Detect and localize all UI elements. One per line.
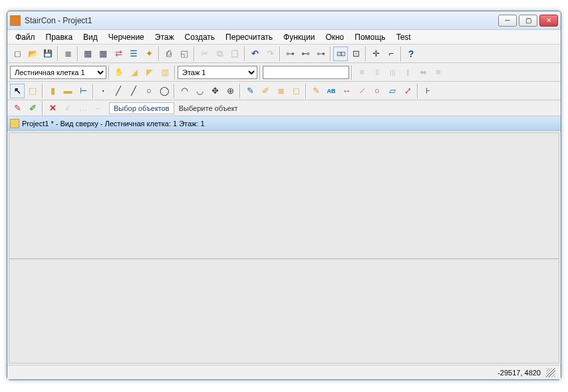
menu-view[interactable]: Вид (78, 31, 103, 43)
options-icon[interactable] (142, 47, 156, 61)
app-window: StairCon - Project1 ─ ▢ ✕ Файл Правка Ви… (7, 11, 561, 380)
new-icon[interactable] (10, 47, 25, 61)
more-icon[interactable] (76, 101, 90, 116)
menu-edit[interactable]: Правка (41, 31, 78, 43)
dim2-icon[interactable] (355, 84, 369, 98)
cancel-icon[interactable] (45, 101, 60, 116)
eraser1-icon[interactable] (127, 65, 142, 80)
circle-icon[interactable] (142, 84, 156, 98)
toolbar-context: Лестничная клетка 1 Этаж 1 (7, 63, 561, 82)
titlebar[interactable]: StairCon - Project1 ─ ▢ ✕ (7, 11, 561, 30)
stairwell-combo[interactable]: Лестничная клетка 1 (10, 66, 106, 79)
text-icon[interactable] (324, 84, 339, 98)
menu-create[interactable]: Создать (179, 31, 220, 43)
statusbar: -29517, 4820 (7, 365, 561, 379)
key2-icon[interactable] (298, 47, 313, 61)
redo-icon[interactable] (263, 47, 277, 61)
drawing-canvas[interactable] (9, 132, 559, 363)
menu-file[interactable]: Файл (10, 31, 41, 43)
minimize-button[interactable]: ─ (498, 15, 517, 27)
crosshair-icon[interactable] (368, 47, 383, 61)
wall2-icon[interactable] (61, 84, 75, 98)
properties-icon[interactable] (61, 47, 75, 61)
print-preview-icon[interactable] (177, 47, 192, 61)
line2-icon[interactable] (126, 84, 141, 98)
floor-combo[interactable]: Этаж 1 (178, 66, 257, 79)
menu-help[interactable]: Помощь (349, 31, 390, 43)
align-v-icon[interactable] (431, 65, 446, 80)
ruler-icon[interactable] (76, 84, 90, 98)
undo-icon[interactable] (247, 47, 262, 61)
menu-test[interactable]: Test (391, 31, 416, 43)
eraser2-icon[interactable] (142, 65, 157, 80)
toolbar-draw (7, 82, 561, 100)
edit2-icon[interactable] (258, 84, 273, 98)
align-left-icon[interactable] (355, 65, 369, 80)
confirm-icon[interactable] (61, 101, 75, 116)
menu-window[interactable]: Окно (320, 31, 349, 43)
cut-icon[interactable] (197, 47, 212, 61)
chain2-icon[interactable] (349, 47, 363, 61)
extra-combo[interactable] (263, 66, 349, 79)
save-icon[interactable] (41, 47, 55, 61)
edit1-icon[interactable] (243, 84, 257, 98)
mark-icon[interactable] (400, 84, 415, 98)
maximize-button[interactable]: ▢ (519, 15, 537, 27)
align-center-icon[interactable] (370, 65, 384, 80)
coordinates: -29517, 4820 (497, 369, 541, 377)
document-titlebar[interactable]: Project1 * - Вид сверху - Лестничная кле… (7, 116, 561, 131)
select-icon[interactable] (10, 84, 25, 98)
document-title: Project1 * - Вид сверху - Лестничная кле… (22, 120, 205, 128)
align-right-icon[interactable] (385, 65, 400, 80)
pick-icon[interactable] (25, 84, 40, 98)
layer-icon[interactable] (273, 84, 288, 98)
command-bar: Выбор объектов Выберите объект (7, 100, 561, 116)
print-icon[interactable] (162, 47, 176, 61)
key3-icon[interactable] (313, 47, 328, 61)
flip-icon[interactable] (416, 65, 430, 80)
arc2-icon[interactable] (192, 84, 207, 98)
menu-draw[interactable]: Черчение (103, 31, 150, 43)
end-icon[interactable] (420, 84, 435, 98)
corner-icon[interactable] (384, 47, 398, 61)
target-icon[interactable] (223, 84, 237, 98)
viewport[interactable] (9, 133, 559, 259)
open-icon[interactable] (25, 47, 40, 61)
paste-icon[interactable] (227, 47, 242, 61)
poly-icon[interactable] (370, 84, 384, 98)
help-icon[interactable] (404, 47, 418, 61)
key1-icon[interactable] (283, 47, 297, 61)
hand-icon[interactable] (112, 65, 126, 80)
arc1-icon[interactable] (177, 84, 192, 98)
pen-red-icon[interactable] (10, 101, 25, 116)
point-icon[interactable] (96, 84, 110, 98)
close-button[interactable]: ✕ (539, 15, 558, 27)
wall1-icon[interactable] (45, 84, 60, 98)
back-icon[interactable] (91, 101, 106, 116)
link-icon[interactable] (111, 47, 126, 61)
document-icon (10, 119, 19, 128)
resize-grip-icon[interactable] (546, 368, 555, 377)
app-icon (10, 15, 21, 26)
circle2-icon[interactable] (157, 84, 172, 98)
command-mode: Выбор объектов (109, 102, 174, 114)
note-icon[interactable] (309, 84, 323, 98)
menu-recalc[interactable]: Пересчитать (220, 31, 278, 43)
menu-functions[interactable]: Функции (278, 31, 320, 43)
pen-green-icon[interactable] (25, 101, 40, 116)
grid-icon[interactable] (80, 47, 95, 61)
move-icon[interactable] (208, 84, 222, 98)
command-hint: Выберите объект (175, 103, 242, 114)
box-icon[interactable] (289, 84, 303, 98)
distribute-icon[interactable] (400, 65, 415, 80)
window-title: StairCon - Project1 (25, 16, 498, 25)
line-icon[interactable] (111, 84, 126, 98)
rect-icon[interactable] (385, 84, 400, 98)
dim1-icon[interactable] (339, 84, 354, 98)
tree-icon[interactable] (126, 47, 141, 61)
chain-icon[interactable] (333, 47, 348, 61)
stair-icon[interactable] (158, 65, 172, 80)
copy-icon[interactable] (212, 47, 227, 61)
menu-floor[interactable]: Этаж (150, 31, 180, 43)
table-icon[interactable] (96, 47, 110, 61)
